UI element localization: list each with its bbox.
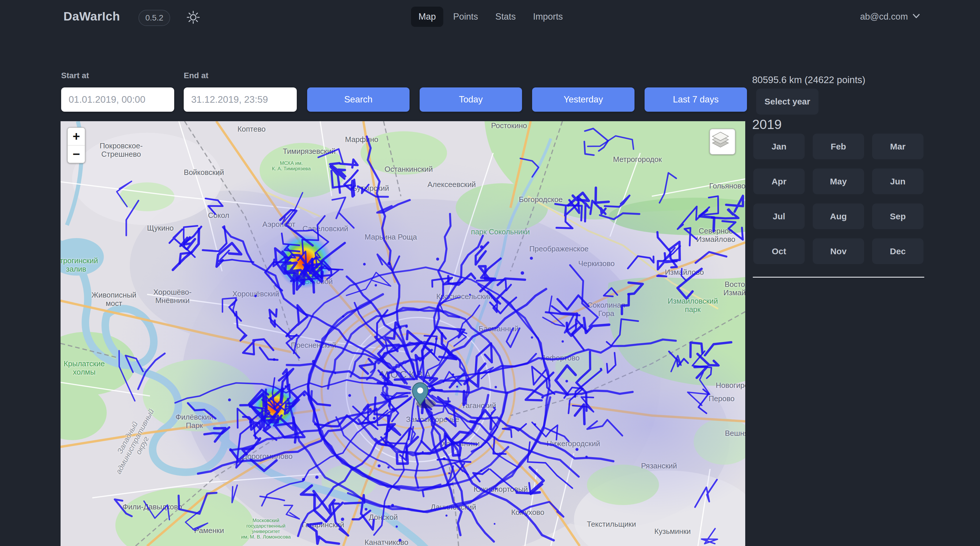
zoom-in-button[interactable]: + xyxy=(68,128,85,145)
month-button-sep[interactable]: Sep xyxy=(872,203,923,229)
sidebar-divider xyxy=(753,277,924,278)
version-badge: 0.5.2 xyxy=(138,10,170,26)
month-button-nov[interactable]: Nov xyxy=(813,238,864,264)
month-grid: JanFebMarAprMayJunJulAugSepOctNovDec xyxy=(753,134,924,264)
end-at-input[interactable] xyxy=(184,88,297,112)
month-button-apr[interactable]: Apr xyxy=(753,169,805,194)
last-7-days-button[interactable]: Last 7 days xyxy=(644,88,747,112)
month-button-jan[interactable]: Jan xyxy=(753,134,805,159)
month-button-aug[interactable]: Aug xyxy=(813,203,864,229)
today-button[interactable]: Today xyxy=(420,88,522,112)
month-button-feb[interactable]: Feb xyxy=(813,134,864,159)
year-heading: 2019 xyxy=(752,117,781,132)
zoom-out-button[interactable]: − xyxy=(68,145,85,163)
month-button-dec[interactable]: Dec xyxy=(872,238,923,264)
theme-toggle-button[interactable] xyxy=(186,10,200,24)
main-nav-tabs: Map Points Stats Imports xyxy=(411,6,571,27)
month-button-mar[interactable]: Mar xyxy=(872,134,923,159)
user-email: ab@cd.com xyxy=(860,11,908,22)
zoom-control: + − xyxy=(67,127,85,163)
app-logo[interactable]: DaWarIch xyxy=(64,10,120,23)
layers-control-button[interactable] xyxy=(710,129,735,155)
end-at-label: End at xyxy=(184,71,208,80)
user-menu[interactable]: ab@cd.com xyxy=(860,6,921,27)
chevron-down-icon xyxy=(912,13,921,20)
tab-imports[interactable]: Imports xyxy=(525,6,570,27)
tab-points[interactable]: Points xyxy=(445,6,485,27)
month-button-jul[interactable]: Jul xyxy=(753,203,805,229)
tab-map[interactable]: Map xyxy=(411,6,443,27)
map-overlay xyxy=(60,121,745,546)
map-container[interactable]: Покровское- СтрешневоКоптевоТимирязевски… xyxy=(60,121,745,546)
month-button-jun[interactable]: Jun xyxy=(872,169,923,194)
start-at-input[interactable] xyxy=(61,88,174,112)
search-button[interactable]: Search xyxy=(307,88,409,112)
tab-stats[interactable]: Stats xyxy=(488,6,523,27)
sun-icon xyxy=(186,21,200,26)
yesterday-button[interactable]: Yesterday xyxy=(532,88,635,112)
app-root: DaWarIch 0.5.2 Map Points Stats Imports … xyxy=(0,0,980,546)
navbar: DaWarIch 0.5.2 Map Points Stats Imports … xyxy=(0,0,980,35)
distance-points-stats: 80595.6 km (24622 points) xyxy=(752,75,865,85)
select-year-button[interactable]: Select year xyxy=(756,89,818,115)
month-button-may[interactable]: May xyxy=(813,169,864,194)
start-at-label: Start at xyxy=(61,71,89,80)
month-button-oct[interactable]: Oct xyxy=(753,238,805,264)
